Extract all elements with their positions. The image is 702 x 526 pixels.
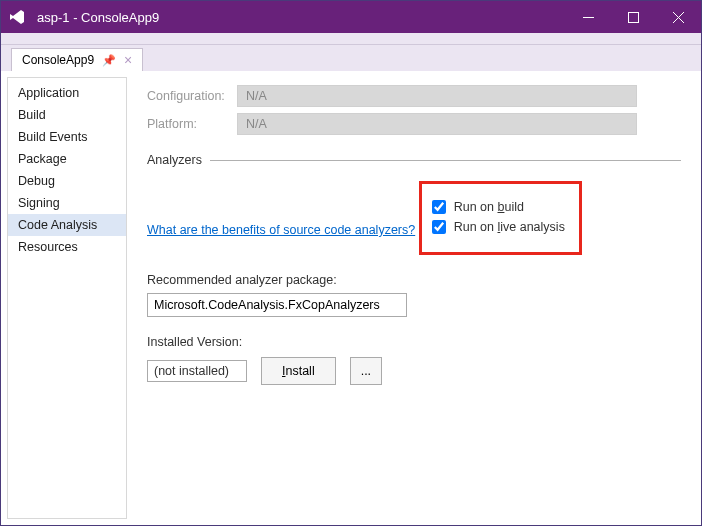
run-on-live-checkbox[interactable] [432,220,446,234]
help-link[interactable]: What are the benefits of source code ana… [147,223,415,237]
tab-consoleapp9[interactable]: ConsoleApp9 📌 × [11,48,143,71]
sidebar-item-signing[interactable]: Signing [8,192,126,214]
platform-label: Platform: [147,117,237,131]
checkbox-highlight-group: Run on build Run on live analysis [419,181,582,255]
minimize-button[interactable] [566,1,611,33]
window-title: asp-1 - ConsoleApp9 [33,10,566,25]
recommended-label: Recommended analyzer package: [147,273,681,287]
run-on-live-row[interactable]: Run on live analysis [432,220,565,234]
sidebar-item-resources[interactable]: Resources [8,236,126,258]
configuration-row: Configuration: N/A [147,85,681,107]
menubar [1,33,701,45]
recommended-input[interactable] [147,293,407,317]
svg-rect-1 [629,12,639,22]
sidebar-item-build-events[interactable]: Build Events [8,126,126,148]
section-divider [210,160,681,161]
close-icon[interactable]: × [124,55,132,65]
install-row: (not installed) Install ... [147,357,681,385]
sidebar-item-build[interactable]: Build [8,104,126,126]
pin-icon[interactable]: 📌 [102,54,116,67]
installed-version-box: (not installed) [147,360,247,382]
configuration-select[interactable]: N/A [237,85,637,107]
sidebar-item-code-analysis[interactable]: Code Analysis [8,214,126,236]
window-controls [566,1,701,33]
run-on-build-checkbox[interactable] [432,200,446,214]
close-button[interactable] [656,1,701,33]
platform-row: Platform: N/A [147,113,681,135]
sidebar-item-application[interactable]: Application [8,82,126,104]
section-title: Analyzers [147,153,202,167]
content: Application Build Build Events Package D… [1,71,701,525]
maximize-button[interactable] [611,1,656,33]
sidebar: Application Build Build Events Package D… [7,77,127,519]
sidebar-item-package[interactable]: Package [8,148,126,170]
tab-label: ConsoleApp9 [22,53,94,67]
vs-logo-icon [1,8,33,26]
titlebar: asp-1 - ConsoleApp9 [1,1,701,33]
platform-select[interactable]: N/A [237,113,637,135]
installed-label: Installed Version: [147,335,681,349]
configuration-label: Configuration: [147,89,237,103]
install-button[interactable]: Install [261,357,336,385]
main-panel: Configuration: N/A Platform: N/A Analyze… [127,71,701,525]
run-on-live-label: Run on live analysis [454,220,565,234]
section-analyzers: Analyzers [147,153,681,167]
sidebar-item-debug[interactable]: Debug [8,170,126,192]
run-on-build-label: Run on build [454,200,524,214]
run-on-build-row[interactable]: Run on build [432,200,565,214]
browse-button[interactable]: ... [350,357,382,385]
tabstrip: ConsoleApp9 📌 × [1,45,701,71]
